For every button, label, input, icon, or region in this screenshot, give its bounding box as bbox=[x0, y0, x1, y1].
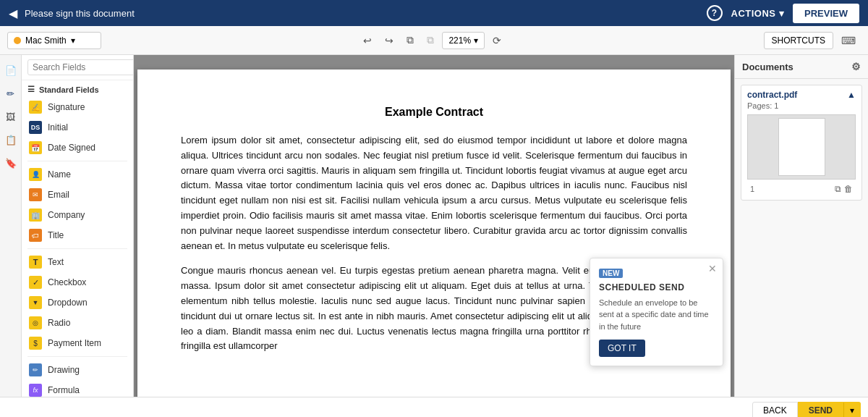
formula-icon: fx bbox=[29, 384, 42, 397]
doc-file-pages: Pages: 1 bbox=[747, 101, 856, 110]
dropdown-label: Dropdown bbox=[48, 298, 88, 308]
date-label: Date Signed bbox=[48, 143, 95, 153]
left-icon-strip: 📄 ✏ 🖼 📋 🔖 bbox=[0, 55, 22, 397]
right-panel-content: contract.pdf ▲ Pages: 1 1 ⧉ 🗑 bbox=[735, 79, 868, 397]
fields-search: ✕ bbox=[22, 55, 133, 80]
popup-description: Schedule an envelope to be sent at a spe… bbox=[599, 297, 714, 333]
doc-filename: contract.pdf bbox=[747, 90, 797, 100]
payment-icon: $ bbox=[29, 337, 42, 350]
bottom-action-bar: BACK SEND ▾ bbox=[0, 397, 868, 417]
strip-icon-4[interactable]: 📋 bbox=[3, 132, 19, 148]
preview-button[interactable]: PREVIEW bbox=[793, 4, 859, 23]
signer-dot bbox=[14, 37, 21, 44]
name-icon: 👤 bbox=[29, 168, 42, 181]
drawing-icon: ✏ bbox=[29, 363, 42, 376]
keyboard-icon-button[interactable]: ⌨ bbox=[836, 31, 861, 50]
thumb-copy-button[interactable]: ⧉ bbox=[835, 184, 841, 194]
formula-label: Formula bbox=[48, 385, 80, 395]
action-buttons: BACK SEND ▾ bbox=[752, 400, 861, 418]
standard-fields-label: Standard Fields bbox=[39, 85, 99, 94]
date-icon: 📅 bbox=[29, 141, 42, 154]
doc-paragraph-1: Lorem ipsum dolor sit amet, consectetur … bbox=[181, 133, 687, 253]
radio-label: Radio bbox=[48, 318, 70, 328]
header-right: ? ACTIONS ▾ PREVIEW bbox=[707, 4, 859, 23]
settings-icon[interactable]: ⚙ bbox=[851, 61, 861, 72]
strip-icon-1[interactable]: 📄 bbox=[3, 62, 19, 78]
text-label: Text bbox=[48, 257, 64, 267]
strip-icon-3[interactable]: 🖼 bbox=[3, 109, 19, 125]
zoom-level: 221% bbox=[448, 35, 471, 46]
signature-icon: ✍ bbox=[29, 101, 42, 114]
signer-selector[interactable]: Mac Smith ▾ bbox=[7, 32, 101, 49]
payment-label: Payment Item bbox=[48, 338, 101, 348]
field-item-checkbox[interactable]: ✓ Checkbox bbox=[22, 272, 133, 292]
shortcuts-button[interactable]: SHORTCUTS bbox=[764, 32, 833, 49]
copy-button[interactable]: ⧉ bbox=[401, 30, 419, 50]
paste-button[interactable]: ⧉ bbox=[422, 30, 439, 50]
undo-button[interactable]: ↩ bbox=[358, 31, 377, 50]
doc-title: Example Contract bbox=[181, 106, 687, 119]
checkbox-label: Checkbox bbox=[48, 277, 86, 287]
title-icon: 🏷 bbox=[29, 229, 42, 242]
field-item-text[interactable]: T Text bbox=[22, 252, 133, 272]
back-icon[interactable]: ◀ bbox=[9, 7, 17, 20]
popup-close-button[interactable]: ✕ bbox=[708, 263, 717, 274]
field-item-payment[interactable]: $ Payment Item bbox=[22, 333, 133, 353]
doc-file-name-row: contract.pdf ▲ bbox=[747, 90, 856, 100]
signer-name: Mac Smith bbox=[25, 35, 67, 46]
field-item-drawing[interactable]: ✏ Drawing bbox=[22, 360, 133, 380]
doc-thumbnail bbox=[747, 114, 856, 180]
field-item-email[interactable]: ✉ Email bbox=[22, 185, 133, 205]
field-item-formula[interactable]: fx Formula bbox=[22, 380, 133, 397]
strip-icon-5[interactable]: 🔖 bbox=[3, 155, 19, 171]
field-item-date[interactable]: 📅 Date Signed bbox=[22, 138, 133, 158]
name-label: Name bbox=[48, 169, 71, 180]
divider-1 bbox=[27, 161, 127, 161]
field-item-radio[interactable]: ◎ Radio bbox=[22, 313, 133, 333]
toolbar-right: SHORTCUTS ⌨ bbox=[764, 31, 861, 50]
field-item-dropdown[interactable]: ▼ Dropdown bbox=[22, 292, 133, 313]
field-item-title[interactable]: 🏷 Title bbox=[22, 225, 133, 245]
zoom-selector[interactable]: 221% ▾ bbox=[442, 32, 485, 49]
actions-chevron-icon: ▾ bbox=[779, 8, 785, 19]
popup-new-badge: NEW bbox=[599, 269, 623, 278]
file-chevron-icon[interactable]: ▲ bbox=[847, 90, 856, 100]
field-item-signature[interactable]: ✍ Signature bbox=[22, 97, 133, 117]
signer-chevron-icon: ▾ bbox=[71, 35, 75, 46]
field-item-company[interactable]: 🏢 Company bbox=[22, 205, 133, 225]
strip-icon-2[interactable]: ✏ bbox=[3, 85, 19, 101]
back-action-button[interactable]: BACK bbox=[752, 402, 798, 418]
header-bar: ◀ Please sign this document ? ACTIONS ▾ … bbox=[0, 0, 868, 26]
help-icon[interactable]: ? bbox=[707, 5, 723, 21]
divider-3 bbox=[27, 356, 127, 357]
title-label: Title bbox=[48, 230, 64, 240]
signature-label: Signature bbox=[48, 102, 85, 112]
toolbar-left: Mac Smith ▾ bbox=[7, 32, 101, 49]
standard-fields-header: ☰ Standard Fields bbox=[22, 80, 133, 97]
company-icon: 🏢 bbox=[29, 208, 42, 222]
text-icon: T bbox=[29, 256, 42, 269]
radio-icon: ◎ bbox=[29, 316, 42, 329]
main-layout: 📄 ✏ 🖼 📋 🔖 ✕ ☰ Standard Fields ✍ Signatur… bbox=[0, 55, 868, 397]
doc-page-number: 1 bbox=[750, 185, 754, 193]
actions-button[interactable]: ACTIONS ▾ bbox=[731, 8, 785, 19]
header-title: Please sign this document bbox=[25, 8, 135, 19]
rotate-button[interactable]: ⟳ bbox=[488, 31, 506, 50]
send-action-button[interactable]: SEND bbox=[798, 402, 843, 418]
email-icon: ✉ bbox=[29, 188, 42, 201]
popup-title: SCHEDULED SEND bbox=[599, 282, 714, 292]
zoom-chevron-icon: ▾ bbox=[474, 35, 478, 46]
redo-button[interactable]: ↪ bbox=[380, 31, 399, 50]
toolbar: Mac Smith ▾ ↩ ↪ ⧉ ⧉ 221% ▾ ⟳ SHORTCUTS ⌨ bbox=[0, 26, 868, 55]
search-input[interactable] bbox=[27, 59, 134, 75]
got-it-button[interactable]: GOT IT bbox=[599, 340, 645, 357]
initial-icon: DS bbox=[29, 121, 42, 134]
checkbox-icon: ✓ bbox=[29, 276, 42, 289]
right-panel-header: Documents ⚙ bbox=[735, 55, 868, 79]
thumb-delete-button[interactable]: 🗑 bbox=[844, 184, 853, 194]
send-dropdown-button[interactable]: ▾ bbox=[843, 402, 861, 418]
company-label: Company bbox=[48, 210, 85, 220]
field-item-initial[interactable]: DS Initial bbox=[22, 117, 133, 138]
fields-panel: ✕ ☰ Standard Fields ✍ Signature DS Initi… bbox=[22, 55, 134, 397]
field-item-name[interactable]: 👤 Name bbox=[22, 164, 133, 185]
